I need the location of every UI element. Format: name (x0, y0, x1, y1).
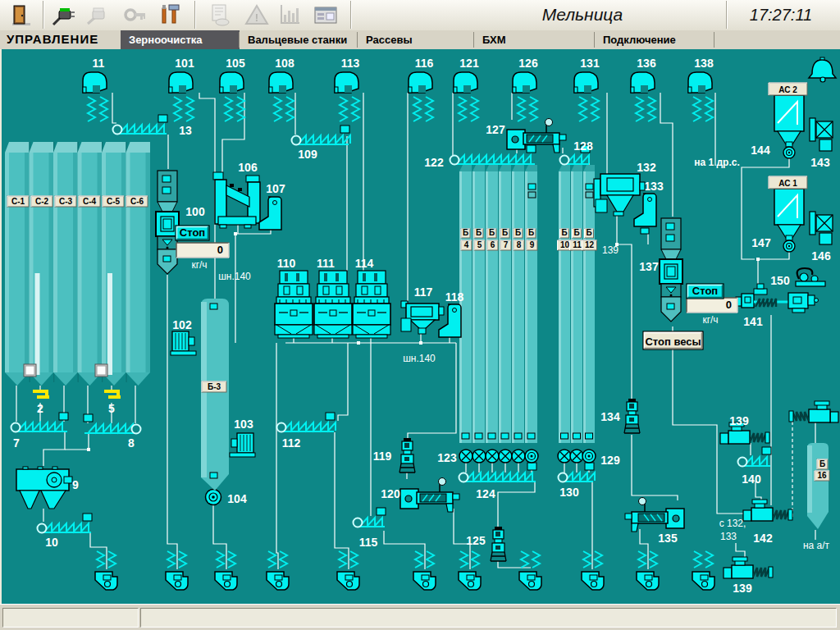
equipment-136[interactable]: 136 (631, 57, 656, 121)
screw-conveyor-112[interactable] (277, 413, 336, 432)
equipment-142[interactable] (743, 500, 792, 521)
equipment-131[interactable]: 131 (574, 57, 600, 121)
equipment-101[interactable]: 101 (169, 57, 194, 121)
trends-chart-icon[interactable] (274, 2, 307, 28)
key-icon[interactable] (120, 2, 153, 28)
label-113: 113 (341, 57, 360, 70)
equipment-114[interactable] (353, 271, 390, 338)
label-104: 104 (227, 492, 247, 505)
equipment-100[interactable] (156, 171, 179, 274)
service-tools-icon[interactable] (154, 2, 187, 28)
screw-conveyor-7[interactable] (11, 413, 69, 432)
equipment-134[interactable] (624, 399, 640, 433)
rotary-valves-123[interactable] (459, 450, 538, 463)
screw-conveyor-10[interactable] (38, 514, 93, 533)
chip-label: Б (474, 228, 483, 238)
svg-text:Б: Б (502, 228, 508, 237)
equipment-113[interactable]: 113 (335, 57, 360, 121)
svg-text:12: 12 (585, 240, 595, 249)
equipment-126[interactable]: 126 (513, 57, 538, 121)
equipment-bell[interactable] (809, 57, 836, 82)
equipment-120[interactable] (400, 478, 459, 513)
screw-conveyor-13[interactable] (113, 115, 168, 135)
equipment-108[interactable]: 108 (269, 57, 294, 121)
svg-text:9: 9 (530, 240, 535, 249)
silo-block (5, 142, 150, 386)
equipment-104[interactable] (206, 490, 221, 505)
label-107: 107 (266, 182, 285, 195)
report-hand-icon[interactable] (203, 2, 236, 28)
equipment-121[interactable]: 121 (454, 57, 479, 121)
equipment-139[interactable] (724, 557, 773, 578)
label-120: 120 (381, 487, 400, 500)
equipment-135[interactable] (625, 498, 684, 532)
equipment-119[interactable] (399, 438, 415, 472)
label-139: 139 (602, 244, 619, 256)
tab-3[interactable]: Рассевы (358, 30, 474, 49)
button-Стоп-весы-3[interactable]: Стоп весы (643, 331, 703, 349)
label-5: 5 (108, 402, 115, 415)
gate-valve-5[interactable] (104, 390, 121, 399)
equipment-blower[interactable] (789, 401, 838, 422)
screw-conveyor-109[interactable] (292, 126, 351, 145)
equipment-Б16[interactable] (807, 443, 829, 529)
menu-control[interactable]: УПРАВЛЕНИЕ (7, 32, 98, 46)
button-Стоп-2[interactable]: Стоп (687, 284, 724, 299)
label-139: 139 (733, 582, 752, 595)
label-126: 126 (518, 57, 538, 70)
screw-conveyor-115[interactable] (354, 508, 386, 527)
connect-plug-icon[interactable] (48, 2, 80, 28)
svg-text:С-4: С-4 (83, 197, 97, 206)
chip-label: 16 (815, 471, 829, 481)
equipment-107[interactable] (259, 197, 281, 230)
equipment-11[interactable]: 11 (83, 57, 107, 121)
equipment-138[interactable]: 138 (688, 57, 714, 121)
alarm-warning-icon[interactable]: ! (241, 2, 274, 28)
equipment-116[interactable]: 116 (409, 57, 434, 121)
level-checkbox-1[interactable] (24, 364, 36, 377)
equipment-125[interactable] (491, 527, 506, 561)
toolbar-separator (726, 1, 728, 29)
disconnect-plug-icon[interactable] (82, 2, 115, 28)
tab-5[interactable]: Подключение (595, 30, 714, 49)
control-panel-icon[interactable] (310, 2, 343, 28)
equipment-9[interactable] (16, 467, 72, 509)
svg-text:5: 5 (477, 240, 482, 249)
label-110: 110 (277, 257, 296, 270)
equipment-АС1[interactable] (774, 189, 833, 252)
equipment-111[interactable] (314, 271, 352, 338)
label-на 1 др.с.: на 1 др.с. (694, 157, 740, 168)
label-119: 119 (373, 450, 392, 463)
label-7: 7 (13, 436, 20, 450)
equipment-Б-3[interactable] (201, 299, 229, 491)
equipment-127[interactable] (507, 119, 566, 153)
rotary-valves-129[interactable] (558, 450, 596, 463)
gate-valve-2[interactable] (33, 390, 49, 399)
equipment-133[interactable] (634, 194, 656, 234)
equipment-132[interactable] (594, 174, 645, 216)
tab-4[interactable]: БХМ (474, 30, 595, 49)
process-canvas: Б4Б5Б6Б7Б8Б9Б10Б11Б121310912212878101121… (0, 49, 840, 604)
equipment-106[interactable] (213, 172, 260, 228)
equipment-102[interactable] (171, 331, 196, 355)
equipment-117[interactable] (401, 301, 444, 334)
svg-text:С-2: С-2 (35, 197, 49, 206)
level-checkbox-2[interactable] (95, 364, 107, 377)
screw-conveyor-140[interactable] (738, 447, 772, 467)
screw-conveyor-124[interactable] (459, 463, 537, 482)
exit-door-icon[interactable] (5, 2, 38, 28)
chip-label: 12 (582, 240, 597, 250)
equipment-103[interactable] (230, 433, 255, 457)
equipment-141[interactable] (736, 284, 819, 313)
tab-1[interactable]: Зерноочистка (121, 30, 240, 49)
equipment-150[interactable] (796, 268, 825, 286)
equipment-АС2[interactable] (774, 95, 833, 158)
label-123: 123 (437, 451, 457, 464)
equipment-105[interactable]: 105 (220, 57, 245, 121)
label-138: 138 (694, 57, 714, 70)
tab-2[interactable]: Вальцевые станки (240, 30, 358, 49)
button-Стоп-1[interactable]: Стоп (176, 226, 209, 240)
screw-conveyor-8[interactable] (84, 414, 141, 434)
equipment-110[interactable] (275, 271, 313, 338)
equipment-137[interactable] (660, 218, 682, 322)
